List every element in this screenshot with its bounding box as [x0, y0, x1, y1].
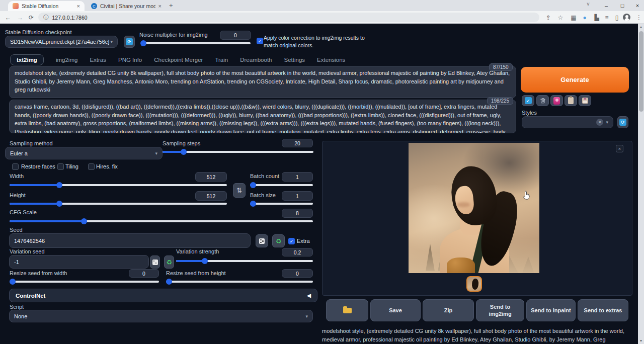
- random-seed-button[interactable]: [256, 234, 268, 247]
- scroll-up-icon[interactable]: ▲: [638, 24, 644, 30]
- site-info-icon[interactable]: ⓘ: [43, 14, 49, 21]
- batch-count-label: Batch count: [250, 173, 279, 179]
- variation-strength-slider[interactable]: [176, 260, 313, 262]
- new-tab-icon[interactable]: +: [169, 2, 173, 9]
- seed-input[interactable]: 1476462546: [9, 233, 251, 248]
- browser-menu-kebab-icon[interactable]: ⋮: [634, 13, 644, 22]
- extension-dot-icon[interactable]: ●: [580, 13, 590, 22]
- gallery-thumbnail-selected[interactable]: [466, 276, 482, 292]
- batch-size-slider[interactable]: [250, 203, 313, 205]
- generate-button[interactable]: Generate: [521, 67, 629, 93]
- reload-icon[interactable]: ⟳: [26, 13, 36, 22]
- batch-size-value[interactable]: 1: [282, 191, 313, 201]
- generated-image[interactable]: [409, 143, 539, 273]
- resize-seed-width-slider[interactable]: [10, 281, 159, 283]
- sampling-method-dropdown[interactable]: Euler a ▾: [5, 147, 163, 159]
- cfg-scale-slider[interactable]: [10, 220, 313, 222]
- window-maximize-button[interactable]: □: [615, 0, 630, 11]
- resize-seed-height-value[interactable]: 0: [282, 269, 313, 278]
- scroll-down-icon[interactable]: ▼: [638, 337, 644, 344]
- reuse-seed-button[interactable]: ♻: [272, 234, 285, 247]
- profile-avatar[interactable]: [623, 14, 630, 21]
- cfg-scale-label: CFG Scale: [10, 209, 37, 215]
- paste-params-button[interactable]: ↙: [522, 95, 534, 106]
- close-gallery-button[interactable]: ×: [616, 145, 623, 152]
- height-value[interactable]: 512: [195, 191, 227, 201]
- prompt-token-counter: 87/150: [489, 63, 513, 71]
- apply-style-button[interactable]: [565, 95, 577, 106]
- width-slider[interactable]: [10, 184, 227, 186]
- address-bar[interactable]: ⓘ 127.0.0.1:7860: [38, 13, 539, 22]
- height-slider[interactable]: [10, 203, 227, 205]
- cfg-scale-value[interactable]: 8: [282, 209, 313, 218]
- controlnet-accordion[interactable]: ControlNet ◀: [9, 289, 317, 302]
- send-to-img2img-button[interactable]: Send to img2img: [476, 299, 524, 321]
- variation-seed-input[interactable]: -1: [9, 255, 149, 269]
- stable-diffusion-favicon: [13, 3, 19, 9]
- extra-seed-checkbox[interactable]: ✓: [288, 238, 295, 244]
- negative-token-counter: 198/225: [487, 97, 513, 105]
- swap-dimensions-button[interactable]: ⇅: [233, 183, 246, 198]
- scrollbar-thumb[interactable]: [639, 31, 643, 112]
- batch-count-slider[interactable]: [250, 184, 313, 186]
- window-close-button[interactable]: ×: [630, 0, 644, 11]
- script-label: Script: [10, 304, 24, 310]
- forward-icon[interactable]: →: [15, 13, 25, 22]
- extensions-puzzle-icon[interactable]: ▙: [592, 13, 602, 22]
- browser-tab-stable-diffusion[interactable]: Stable Diffusion ×: [8, 1, 85, 11]
- reading-list-icon[interactable]: ≡: [602, 13, 612, 22]
- thumbnail-figure: [471, 278, 479, 290]
- share-icon[interactable]: ⇪: [543, 13, 553, 22]
- tab-txt2img[interactable]: txt2img: [10, 54, 44, 65]
- tab-extensions[interactable]: Extensions: [317, 57, 345, 63]
- restore-faces-checkbox[interactable]: [12, 163, 19, 170]
- extra-networks-button[interactable]: [550, 95, 563, 106]
- tab-dreambooth[interactable]: Dreambooth: [240, 57, 272, 63]
- prompt-textarea[interactable]: modelshoot style, (extremely detailed CG…: [9, 66, 516, 98]
- noise-multiplier-value[interactable]: 0: [220, 31, 251, 40]
- tab-train[interactable]: Train: [215, 57, 228, 63]
- back-icon[interactable]: ←: [3, 13, 13, 22]
- send-to-inpaint-button[interactable]: Send to inpaint: [526, 299, 576, 321]
- save-style-button[interactable]: [579, 95, 591, 106]
- batch-count-value[interactable]: 1: [282, 172, 313, 182]
- script-dropdown[interactable]: None ▾: [9, 310, 313, 322]
- tab-close-icon[interactable]: ×: [158, 3, 162, 9]
- negative-prompt-textarea[interactable]: canvas frame, cartoon, 3d, ((disfigured)…: [9, 100, 516, 133]
- tab-img2img[interactable]: img2img: [56, 57, 77, 63]
- tab-png-info[interactable]: PNG Info: [118, 57, 142, 63]
- chevron-down-icon[interactable]: ˅: [587, 2, 590, 7]
- sampling-steps-value[interactable]: 20: [282, 139, 313, 147]
- open-folder-button[interactable]: [326, 299, 368, 321]
- browser-tab-civitai[interactable]: C Civitai | Share your models ×: [87, 1, 166, 11]
- clear-styles-icon[interactable]: ×: [596, 119, 603, 126]
- bookmark-star-icon[interactable]: ☆: [555, 13, 566, 22]
- hires-fix-checkbox[interactable]: [88, 163, 95, 170]
- noise-multiplier-slider[interactable]: [141, 42, 251, 44]
- save-button[interactable]: Save: [370, 299, 421, 321]
- resize-seed-width-value[interactable]: 0: [129, 269, 159, 278]
- checkpoint-dropdown[interactable]: SD15NewVAEpruned.ckpt [27a4ac756c] ▾: [5, 36, 118, 48]
- tab-checkpoint-merger[interactable]: Checkpoint Merger: [154, 57, 203, 63]
- tab-close-icon[interactable]: ×: [77, 3, 80, 9]
- color-correction-checkbox[interactable]: ✓: [257, 38, 263, 44]
- extension-grid-icon[interactable]: ▦: [569, 13, 579, 22]
- tiling-checkbox[interactable]: [57, 163, 64, 170]
- side-panel-icon[interactable]: ▯: [612, 13, 622, 22]
- clear-prompt-button[interactable]: [536, 95, 549, 106]
- send-to-extras-button[interactable]: Send to extras: [578, 299, 628, 321]
- sampling-steps-slider[interactable]: [163, 151, 313, 153]
- reuse-variation-seed-button[interactable]: ♻: [164, 255, 174, 269]
- variation-strength-value[interactable]: 0.2: [282, 248, 313, 256]
- styles-dropdown[interactable]: × ▾: [522, 116, 613, 128]
- width-value[interactable]: 512: [195, 172, 227, 182]
- tab-extras[interactable]: Extras: [90, 57, 106, 63]
- refresh-styles-button[interactable]: ⟳: [617, 116, 628, 128]
- resize-seed-height-slider[interactable]: [166, 281, 313, 283]
- zip-button[interactable]: Zip: [423, 299, 474, 321]
- tab-settings[interactable]: Settings: [284, 57, 305, 63]
- window-minimize-button[interactable]: –: [599, 0, 614, 11]
- random-variation-seed-button[interactable]: [150, 255, 160, 269]
- refresh-checkpoints-button[interactable]: ⟳: [124, 36, 135, 48]
- chevron-down-icon: ▾: [606, 120, 608, 125]
